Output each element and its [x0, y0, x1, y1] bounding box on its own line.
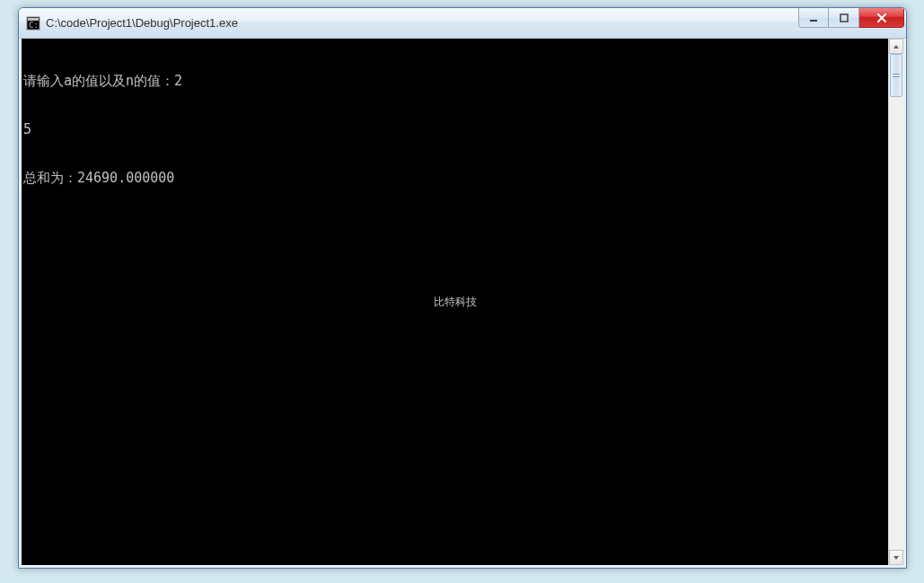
svg-text:C:: C:	[29, 21, 39, 30]
close-icon	[876, 12, 888, 24]
chevron-up-icon	[893, 44, 900, 49]
app-icon: C:	[26, 16, 40, 31]
svg-rect-3	[810, 20, 817, 22]
console-line: 请输入a的值以及n的值：2	[23, 73, 886, 89]
console-output[interactable]: 请输入a的值以及n的值：2 5 总和为：24690.000000 比特科技	[22, 39, 888, 565]
titlebar[interactable]: C: C:\code\Project1\Debug\Project1.exe	[19, 8, 906, 39]
minimize-button[interactable]	[798, 8, 829, 28]
watermark-text: 比特科技	[434, 294, 477, 310]
console-line: 5	[23, 121, 886, 137]
scroll-thumb[interactable]	[890, 54, 902, 97]
close-button[interactable]	[859, 8, 904, 28]
client-area: 请输入a的值以及n的值：2 5 总和为：24690.000000 比特科技	[19, 39, 906, 568]
vertical-scrollbar[interactable]	[888, 39, 903, 565]
maximize-icon	[839, 13, 849, 23]
window-controls	[798, 8, 904, 38]
window-title: C:\code\Project1\Debug\Project1.exe	[46, 16, 798, 30]
scroll-down-button[interactable]	[889, 550, 903, 565]
console-window: C: C:\code\Project1\Debug\Project1.exe	[18, 7, 907, 569]
console-line: 总和为：24690.000000	[23, 170, 886, 186]
chevron-down-icon	[893, 555, 900, 561]
minimize-icon	[808, 13, 819, 23]
thumb-grip-icon	[893, 72, 900, 79]
scroll-up-button[interactable]	[889, 39, 903, 54]
maximize-button[interactable]	[829, 8, 859, 28]
svg-rect-4	[840, 14, 848, 22]
scroll-track[interactable]	[889, 54, 903, 550]
